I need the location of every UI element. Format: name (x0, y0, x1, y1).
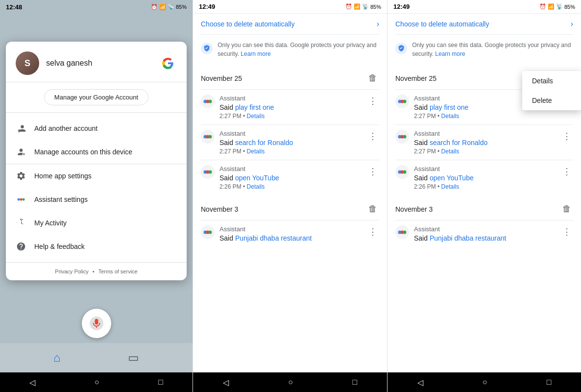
delete-auto-row-middle[interactable]: Choose to delete automatically › (201, 14, 379, 35)
status-bar-left: 12:48 ⏰ 📶 📡 85% (0, 0, 193, 14)
activity-item-r2: Assistant Said search for Ronaldo 2:27 P… (395, 124, 573, 160)
signal-icon-r: 📡 (556, 3, 563, 10)
svg-point-32 (403, 135, 407, 139)
details-link-r1[interactable]: Details (441, 113, 460, 120)
back-button-right[interactable]: ◁ (417, 378, 423, 387)
home-button-right[interactable]: ○ (483, 378, 487, 387)
details-link-r2[interactable]: Details (441, 148, 460, 155)
more-options-button[interactable]: ⋮ (366, 225, 379, 238)
said-link[interactable]: open YouTube (235, 174, 279, 182)
activity-list-right[interactable]: November 25 🗑 Assistant Said play first … (387, 64, 581, 372)
details-link[interactable]: Details (247, 148, 265, 155)
type-label: Assistant (219, 95, 274, 102)
svg-point-4 (18, 198, 20, 201)
more-options-button-r3[interactable]: ⋮ (560, 165, 573, 178)
home-button-middle[interactable]: ○ (288, 378, 293, 387)
more-options-button[interactable]: ⋮ (366, 95, 379, 107)
docs-nav-icon[interactable]: ▭ (128, 351, 139, 365)
history-icon (16, 218, 26, 228)
account-dropdown: S selva ganesh Manage your Google Accoun… (6, 42, 187, 280)
details-link[interactable]: Details (247, 113, 265, 120)
alarm-icon-r: ⏰ (539, 3, 546, 10)
more-options-button[interactable]: ⋮ (366, 165, 379, 178)
avatar-initials: S (16, 51, 39, 75)
details-link[interactable]: Details (247, 183, 265, 190)
details-link-r3[interactable]: Details (441, 183, 460, 190)
time-text-r1: 2:27 PM • Details (414, 113, 468, 120)
home-nav-icon[interactable]: ⌂ (53, 351, 61, 365)
battery-left: 85% (176, 4, 187, 10)
wifi-icon-r: 📶 (548, 3, 555, 10)
sidebar-item-add-account[interactable]: Add another account (6, 117, 187, 140)
said-link[interactable]: search for Ronaldo (235, 139, 293, 147)
said-text-r4: Said Punjabi dhaba restaurant (414, 234, 506, 242)
said-link-r4[interactable]: Punjabi dhaba restaurant (430, 234, 506, 242)
home-button-left[interactable]: ○ (95, 378, 99, 387)
delete-nov3-middle[interactable]: 🗑 (366, 202, 379, 216)
activity-content-r3: Assistant Said open YouTube 2:26 PM • De… (414, 165, 474, 190)
svg-point-23 (209, 231, 212, 234)
system-nav-right: ◁ ○ □ (387, 372, 581, 392)
chevron-right-icon-middle: › (377, 20, 379, 28)
privacy-text-middle: Only you can see this data. Google prote… (218, 41, 379, 58)
svg-point-19 (209, 171, 212, 174)
more-options-button-r4[interactable]: ⋮ (560, 225, 573, 238)
sidebar-item-manage-accounts[interactable]: Manage accounts on this device (6, 140, 187, 164)
type-label-r3: Assistant (414, 165, 474, 172)
activity-list-middle[interactable]: November 25 🗑 Assistant Said play first … (193, 64, 387, 372)
activity-left-r4: Assistant Said Punjabi dhaba restaurant (395, 225, 506, 242)
learn-more-link-middle[interactable]: Learn more (241, 50, 270, 57)
sidebar-item-home-settings[interactable]: Home app settings (6, 164, 187, 188)
back-button-middle[interactable]: ◁ (223, 378, 229, 387)
learn-more-link-right[interactable]: Learn more (435, 50, 465, 57)
date-header-nov25-middle: November 25 🗑 (201, 64, 379, 89)
sidebar-item-assistant-settings[interactable]: Assistant settings (6, 188, 187, 211)
bottom-nav-home: ⌂ ▭ (0, 343, 193, 372)
terms-link[interactable]: Terms of service (98, 269, 138, 274)
delete-auto-row-right[interactable]: Choose to delete automatically › (395, 14, 573, 35)
activity-content-r2: Assistant Said search for Ronaldo 2:27 P… (414, 130, 487, 155)
battery-right: 85% (564, 4, 575, 10)
person-add-icon (16, 123, 26, 134)
activity-left-r3: Assistant Said open YouTube 2:26 PM • De… (395, 165, 474, 190)
google-logo-icon (159, 54, 177, 72)
svg-point-11 (209, 100, 212, 103)
left-panel: 12:48 ⏰ 📶 📡 85% ⌂ ▭ (0, 0, 193, 392)
delete-nov3-right[interactable]: 🗑 (560, 202, 573, 216)
activity-content-r1: Assistant Said play first one 2:27 PM • … (414, 95, 468, 120)
delete-nov25-middle[interactable]: 🗑 (366, 71, 379, 85)
sidebar-item-my-activity[interactable]: My Activity (6, 211, 187, 235)
back-button-left[interactable]: ◁ (29, 378, 35, 387)
manage-google-account-button[interactable]: Manage your Google Account (44, 89, 148, 105)
type-label-r4: Assistant (414, 225, 506, 233)
status-bar-middle: 12:49 ⏰ 📶 📡 85% (193, 0, 387, 14)
mic-button[interactable] (82, 309, 111, 338)
more-options-button[interactable]: ⋮ (366, 130, 379, 143)
status-icons-middle: ⏰ 📶 📡 85% (345, 3, 381, 10)
manage-accounts-icon (16, 147, 26, 157)
said-link-r2[interactable]: search for Ronaldo (430, 139, 487, 147)
sidebar-item-help[interactable]: Help & feedback (6, 235, 187, 258)
said-link[interactable]: Punjabi dhaba restaurant (235, 234, 312, 242)
said-link[interactable]: play first one (235, 103, 274, 111)
activity-item: Assistant Said open YouTube 2:26 PM • De… (201, 160, 379, 195)
more-options-button-r2[interactable]: ⋮ (560, 130, 573, 143)
said-link-r1[interactable]: play first one (430, 103, 468, 111)
svg-point-5 (20, 198, 23, 201)
activity-content: Assistant Said open YouTube 2:26 PM • De… (219, 165, 279, 190)
said-text: Said Punjabi dhaba restaurant (219, 234, 312, 242)
recents-button-right[interactable]: □ (547, 378, 552, 387)
recents-button-left[interactable]: □ (158, 378, 163, 387)
activity-item: Assistant Said play first one 2:27 PM • … (201, 89, 379, 124)
said-link-r3[interactable]: open YouTube (430, 174, 474, 182)
time-text: 2:26 PM • Details (219, 183, 279, 190)
recents-button-middle[interactable]: □ (353, 378, 358, 387)
context-menu-delete[interactable]: Delete (522, 91, 581, 110)
date-label-nov25-right: November 25 (395, 74, 436, 82)
privacy-policy-link[interactable]: Privacy Policy (55, 269, 88, 274)
date-header-nov3-right: November 3 🗑 (395, 195, 573, 220)
activity-left-r2: Assistant Said search for Ronaldo 2:27 P… (395, 130, 487, 155)
activity-content: Assistant Said search for Ronaldo 2:27 P… (219, 130, 293, 155)
context-menu-details[interactable]: Details (522, 71, 581, 91)
signal-icon: 📡 (168, 4, 174, 10)
